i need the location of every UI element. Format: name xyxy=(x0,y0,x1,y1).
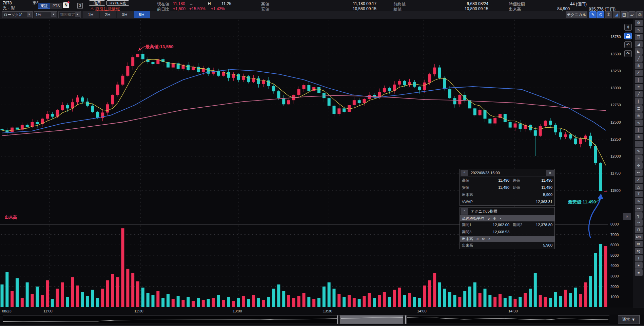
time-tick-11:30: 11:30 xyxy=(134,309,143,313)
time-tick-14:30: 14:30 xyxy=(508,309,518,313)
indicator-panel-title: テクニカル指標 xyxy=(471,209,497,214)
scale-lock-button[interactable] xyxy=(624,33,632,39)
price-direction-arrow: → xyxy=(189,1,193,6)
range-button-5日[interactable]: 5日 xyxy=(134,11,150,18)
technical-button[interactable]: テクニカル xyxy=(566,11,587,18)
price-tick-13250: 13250 xyxy=(610,69,631,73)
chart-type-select[interactable]: ローソク足▼ xyxy=(2,11,33,18)
rail-tool-icon-4[interactable]: ◣ xyxy=(635,48,643,55)
rail-tool-icon-12[interactable]: ≣ xyxy=(635,105,643,112)
rail-tool-icon-0[interactable]: ⚙ xyxy=(635,20,643,26)
rail-tool-icon-15[interactable]: ║ xyxy=(635,127,643,133)
interval-select[interactable]: 1分▼ xyxy=(34,11,57,18)
hide-icon[interactable]: ø xyxy=(476,237,479,241)
rail-tool-icon-8[interactable]: ║ xyxy=(635,77,643,83)
margin-button[interactable]: 信用 xyxy=(89,0,105,6)
volume-section-bar: 出来高 ø ⚙ × xyxy=(460,236,554,242)
time-tick-08/23: 08/23 xyxy=(2,309,12,313)
rail-tool-icon-5[interactable]: ╱ xyxy=(635,55,643,62)
drawing-arrow-head xyxy=(598,194,603,199)
sma-row: 期間112,062.00期間212,378.80 xyxy=(460,221,554,229)
navigator-line xyxy=(3,315,609,324)
price-and-volume-chart[interactable]: 最高値:13,550最安値:11,490 xyxy=(0,19,608,308)
rail-tool-icon-16[interactable]: ✳ xyxy=(635,134,643,140)
rail-tool-icon-22[interactable]: ∠ xyxy=(635,177,643,183)
close-icon[interactable]: × xyxy=(500,217,502,220)
rail-tool-icon-13[interactable]: ≋ xyxy=(635,112,643,119)
chart-style-icon[interactable]: ◢ xyxy=(613,11,620,18)
stock-code: 7878 xyxy=(3,1,12,5)
news-alert-dot xyxy=(67,1,70,3)
day-low-value: 10,580 09:15 xyxy=(336,6,376,11)
rail-tool-icon-2[interactable]: ❒ xyxy=(635,34,643,40)
rail-tool-icon-3[interactable]: ◢ xyxy=(635,41,643,48)
collapse-icon[interactable]: ^ xyxy=(461,208,468,215)
rail-tool-icon-21[interactable]: ⊷ xyxy=(635,169,643,176)
settings-icon[interactable]: ⚙ xyxy=(493,217,496,220)
market-button-PTS[interactable]: PTS xyxy=(50,3,62,9)
fit-scale-button[interactable]: ⇕ xyxy=(624,24,632,31)
volume-pane-title: 出来高 xyxy=(5,215,17,220)
rail-tool-icon-10[interactable]: ╱ xyxy=(635,91,643,97)
collapse-icon[interactable]: ^ xyxy=(461,170,468,176)
hyper-sell-button[interactable]: HYPER売 xyxy=(106,0,129,6)
g-icon[interactable]: G xyxy=(77,3,83,8)
rail-tool-icon-34[interactable]: ● xyxy=(635,262,643,269)
settings-icon[interactable]: ⚙ xyxy=(482,237,485,241)
chart-navigator[interactable] xyxy=(3,315,609,324)
price-tick-13000: 13000 xyxy=(610,86,631,90)
range-button-2日[interactable]: 2日 xyxy=(100,11,116,18)
rail-tool-icon-6[interactable]: ⋔ xyxy=(635,62,643,69)
navigator-right-handle[interactable] xyxy=(403,315,407,324)
period-select[interactable]: 期間指定▼ xyxy=(58,11,81,18)
change-value: +1,500 xyxy=(173,6,186,11)
print-icon[interactable]: ⎙ xyxy=(636,11,643,18)
volume-pane-close-icon[interactable]: × xyxy=(623,213,631,220)
rail-tool-icon-17[interactable]: ~ xyxy=(635,141,643,147)
zoom-icon[interactable]: ⊙ xyxy=(597,11,604,18)
rail-tool-icon-26[interactable]: ⊶ xyxy=(635,205,643,212)
navigator-left-handle[interactable] xyxy=(337,315,341,324)
rail-tool-icon-23[interactable]: △ xyxy=(635,184,643,190)
sma-section-bar: 単純移動平均 ø ⚙ × xyxy=(460,215,554,221)
redo-button[interactable]: ↷ xyxy=(624,50,632,57)
trade-warning-link[interactable]: 取引注意情報 xyxy=(95,6,120,11)
scale-mode-select[interactable]: 通常 ▼ xyxy=(618,315,640,324)
rail-tool-icon-29[interactable]: ⊓ xyxy=(635,227,643,233)
close-icon[interactable]: × xyxy=(546,170,554,176)
tooltip-datetime: 2022/08/23 15:00 xyxy=(471,171,500,175)
open-value: 10,800 09:15 xyxy=(451,6,488,11)
rail-tool-icon-33[interactable]: I xyxy=(635,255,643,261)
rail-tool-icon-25[interactable]: ∿ xyxy=(635,198,643,204)
save-icon[interactable]: ▤ xyxy=(621,11,628,18)
range-button-3日[interactable]: 3日 xyxy=(117,11,133,18)
close-icon[interactable]: × xyxy=(488,237,490,241)
rail-tool-icon-18[interactable]: ✎ xyxy=(635,148,643,155)
rail-tool-icon-31[interactable]: RT xyxy=(635,241,643,247)
draw-icon[interactable]: ✎ xyxy=(589,11,597,18)
rail-tool-icon-30[interactable]: ENV xyxy=(635,234,643,240)
tooltip-row: 高値11,490終値11,490 xyxy=(460,177,554,184)
undo-button[interactable]: ↶ xyxy=(624,41,632,48)
time-tick-14:00: 14:00 xyxy=(417,309,427,313)
rail-tool-icon-1[interactable]: ↖ xyxy=(635,27,643,33)
price-tick-12500: 12500 xyxy=(610,120,631,124)
rail-tool-icon-24[interactable]: T xyxy=(635,191,643,197)
rail-tool-icon-20[interactable]: ✛ xyxy=(635,162,643,169)
rail-tool-icon-7[interactable]: ∠ xyxy=(635,70,643,76)
range-button-1日[interactable]: 1日 xyxy=(83,11,99,18)
volume-tick-3000: 3000 xyxy=(610,274,631,278)
hide-icon[interactable]: ø xyxy=(488,217,490,220)
rail-tool-icon-28[interactable]: ✑ xyxy=(635,219,643,226)
rail-tool-icon-9[interactable]: ≡ xyxy=(635,84,643,90)
volume-tick-5000: 5000 xyxy=(610,253,631,257)
rail-tool-icon-11[interactable]: ∥ xyxy=(635,98,643,105)
market-button-東証[interactable]: 東証 xyxy=(38,3,50,9)
rail-tool-icon-27[interactable]: ┐ xyxy=(635,212,643,219)
folder-icon[interactable]: ▱ xyxy=(628,11,636,18)
rail-tool-icon-35[interactable]: ■ xyxy=(635,269,643,276)
rail-tool-icon-14[interactable]: ∿ xyxy=(635,120,643,126)
rail-tool-icon-19[interactable]: ≈ xyxy=(635,155,643,162)
out-icon[interactable]: 出 xyxy=(605,11,612,18)
rail-tool-icon-32[interactable]: FQ xyxy=(635,248,643,254)
